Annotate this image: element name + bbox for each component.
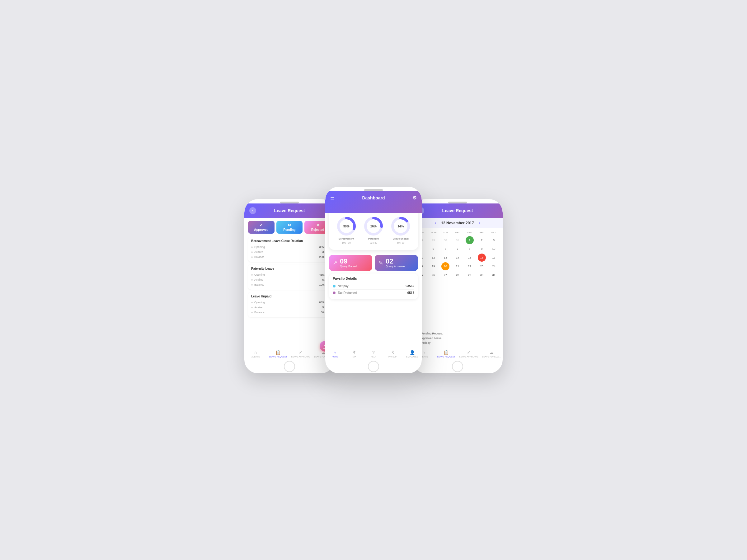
donut-unpaid: 14% xyxy=(391,216,411,236)
circle-paternity: 26% Paternity 82 | 30 xyxy=(364,216,383,244)
cal-day[interactable]: 29 xyxy=(429,236,437,244)
payslip-title: Payslip Details xyxy=(333,276,414,280)
nav-leave-request-left[interactable]: 📋 LEAVE REQUEST xyxy=(267,350,290,358)
home-icon-right: ⌂ xyxy=(422,350,425,355)
cal-day[interactable]: 5 xyxy=(429,245,437,253)
cal-day[interactable]: 8 xyxy=(466,245,474,253)
cal-tue: TUE xyxy=(439,230,452,235)
cal-day[interactable]: 13 xyxy=(441,254,449,262)
home-button-left[interactable] xyxy=(284,361,295,372)
leave-section-unpaid: Leave Unpaid Opening 865.00 Availed 5.50… xyxy=(248,292,331,317)
nav-leave-approval-left[interactable]: ✓ LEAVE APPROVAL xyxy=(289,350,312,358)
nav-payslip-label: PAYSLIP xyxy=(388,355,397,358)
query-row: ↗ 09 Query Raised ✎ 02 Query Answered xyxy=(329,255,418,271)
cal-thu: THU xyxy=(463,230,475,235)
nav-leave-request-label-left: LEAVE REQUEST xyxy=(269,355,287,358)
approved-filter[interactable]: ✓ Approved xyxy=(248,221,275,234)
query-raised-label: Query Raised xyxy=(340,265,357,268)
right-bottom-nav: ⌂ ALERTS 📋 LEAVE REQUEST ✓ LEAVE APPROVA… xyxy=(412,348,503,359)
bereavement-availed-row: Availed 3.50 xyxy=(251,249,328,255)
cal-next-arrow[interactable]: › xyxy=(477,220,482,226)
query-answered-card[interactable]: ✎ 02 Query Answered xyxy=(375,255,418,271)
phone-center: ☰ Dashboard ⚙ Leave Card Availed xyxy=(325,187,422,373)
nav-help-center[interactable]: ? HELP xyxy=(364,350,383,358)
pending-icon: ✉ xyxy=(288,223,291,228)
cal-mon: MON xyxy=(428,230,440,235)
approved-label: Approved xyxy=(254,228,268,232)
bereavement-balance-row: Balance 200.00 xyxy=(251,255,328,260)
cal-day-headers: SUN MON TUE WED THU FRI SAT xyxy=(415,230,499,235)
left-title: Leave Request xyxy=(256,208,323,213)
gear-icon[interactable]: ⚙ xyxy=(412,195,417,201)
cal-day[interactable]: 30 xyxy=(441,236,449,244)
nav-leave-approval-label-right: LEAVE APPROVAL xyxy=(459,355,479,358)
payslip-netpay-row: Net pay 93562 xyxy=(333,283,414,290)
cal-day[interactable]: 27 xyxy=(441,271,449,279)
cal-day[interactable]: 16 xyxy=(478,254,486,262)
cal-day[interactable]: 12 xyxy=(429,254,437,262)
cal-day[interactable]: 9 xyxy=(478,245,486,253)
hamburger-icon[interactable]: ☰ xyxy=(330,195,335,201)
cal-day[interactable]: 28 xyxy=(454,271,462,279)
cal-day[interactable]: 10 xyxy=(490,245,498,253)
circles-row: 30% Bereavement 100 | 30 26% xyxy=(333,216,414,244)
pending-legend-label: Pending Request xyxy=(421,332,443,335)
cal-legend: Pending Request Approved Leave Holiday xyxy=(412,330,503,348)
bereavement-title: Bereavement Leave Close Relation xyxy=(251,239,328,243)
tax-dot xyxy=(333,292,336,294)
cal-day[interactable]: 26 xyxy=(429,271,437,279)
pending-label: Pending xyxy=(283,228,295,232)
query-answered-content: 02 Query Answered xyxy=(386,258,407,268)
home-button-center[interactable] xyxy=(368,361,379,372)
cal-wed: WED xyxy=(452,230,464,235)
home-button-right[interactable] xyxy=(452,361,463,372)
bereavement-opening-row: Opening 365.00 xyxy=(251,244,328,249)
nav-alerts-label-left: ALERTS xyxy=(252,355,260,358)
cal-day[interactable]: 24 xyxy=(490,262,498,270)
home-icon-left: ⌂ xyxy=(254,350,257,355)
cal-day[interactable]: 1 xyxy=(466,236,474,244)
phone-right: ‹ Leave Request ‹ 12 November 2017 › SUN… xyxy=(412,199,503,373)
nav-leave-forecast-right[interactable]: ☁ LEAVE FORECA... xyxy=(480,350,503,358)
paternity-title: Paternity Leave xyxy=(251,267,328,270)
cal-day[interactable]: 17 xyxy=(490,254,498,262)
cal-day[interactable]: 31 xyxy=(454,236,462,244)
payslip-tax-label: Tax Deducted xyxy=(333,291,357,295)
nav-home-center[interactable]: ⌂ HOME xyxy=(325,350,344,358)
cal-day[interactable]: 2 xyxy=(478,236,486,244)
cal-day[interactable]: 30 xyxy=(478,271,486,279)
cal-day[interactable]: 22 xyxy=(466,262,474,270)
cal-day[interactable]: 14 xyxy=(454,254,462,262)
pending-filter[interactable]: ✉ Pending xyxy=(276,221,303,234)
paternity-circle-name: Paternity xyxy=(368,237,379,240)
scene: ‹ Leave Request ✓ Approved ✉ Pending ✕ R… xyxy=(202,187,545,373)
back-button-left[interactable]: ‹ xyxy=(249,207,256,214)
cal-day[interactable]: 20 xyxy=(441,262,449,270)
cal-day[interactable]: 6 xyxy=(441,245,449,253)
cal-day[interactable]: 3 xyxy=(490,236,498,244)
netpay-dot xyxy=(333,285,336,288)
tax-text: Tax Deducted xyxy=(338,291,357,295)
query-raised-card[interactable]: ↗ 09 Query Raised xyxy=(329,255,372,271)
cal-day[interactable]: 31 xyxy=(490,271,498,279)
center-bottom-nav: ⌂ HOME ₹ TAX ? HELP ₹ PAYSLIP 👤 EMPLO xyxy=(325,348,422,359)
nav-tax-center[interactable]: ₹ TAX xyxy=(344,350,364,358)
donut-bereavement-label: 30% xyxy=(343,224,350,228)
cal-day[interactable]: 21 xyxy=(454,262,462,270)
cal-prev-arrow[interactable]: ‹ xyxy=(433,220,438,226)
unpaid-availed-row: Availed 5.50 xyxy=(251,305,328,310)
cal-day[interactable]: 15 xyxy=(466,254,474,262)
nav-alerts-left[interactable]: ⌂ ALERTS xyxy=(244,350,267,358)
nav-leave-request-right[interactable]: 📋 LEAVE REQUEST xyxy=(435,350,458,358)
cal-day[interactable]: 19 xyxy=(429,262,437,270)
unpaid-balance-row: Balance 80.00 xyxy=(251,310,328,315)
nav-employee-center[interactable]: 👤 EMPLOYEE xyxy=(403,350,422,358)
legend-holiday: Holiday xyxy=(416,341,499,344)
query-raised-num: 09 xyxy=(340,258,357,265)
check-icon-right: ✓ xyxy=(467,350,471,355)
nav-payslip-center[interactable]: ₹ PAYSLIP xyxy=(383,350,403,358)
cal-day[interactable]: 23 xyxy=(478,262,486,270)
cal-day[interactable]: 7 xyxy=(454,245,462,253)
nav-leave-approval-right[interactable]: ✓ LEAVE APPROVAL xyxy=(458,350,480,358)
cal-day[interactable]: 29 xyxy=(466,271,474,279)
